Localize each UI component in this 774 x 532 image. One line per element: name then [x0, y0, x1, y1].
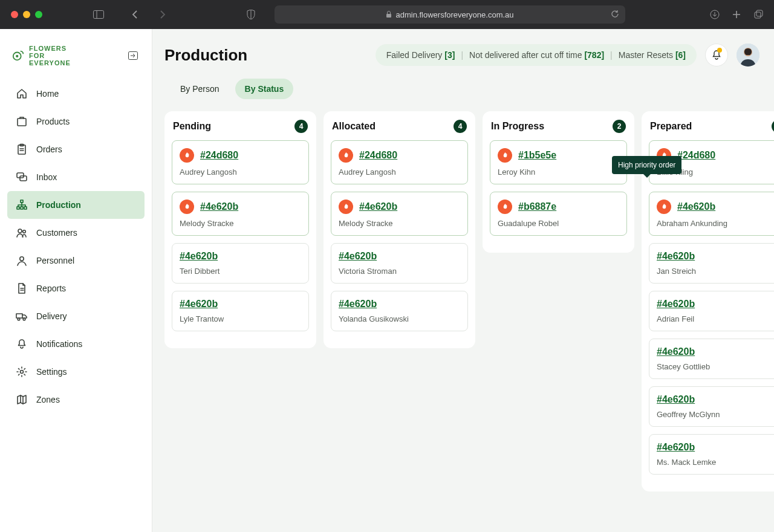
svg-rect-21 [16, 314, 22, 318]
order-card[interactable]: #4e620bJan Streich [649, 243, 774, 284]
order-assignee: Jan Streich [657, 267, 774, 276]
tab-person[interactable]: By Person [171, 79, 229, 99]
sidebar-toggle-icon[interactable] [93, 10, 104, 19]
sidebar-item-label: Zones [36, 395, 60, 404]
bell-icon [16, 338, 28, 350]
sidebar-item-personnel[interactable]: Personnel [7, 247, 145, 274]
order-id-link[interactable]: #24d680 [200, 150, 238, 161]
order-id-link[interactable]: #24d680 [359, 150, 397, 161]
nav-back-button[interactable] [132, 10, 138, 19]
svg-point-7 [16, 55, 18, 57]
order-id-link[interactable]: #4e620b [359, 201, 397, 212]
order-card[interactable]: #4e620bMs. Mack Lemke [649, 434, 774, 475]
sidebar-item-label: Settings [36, 367, 67, 377]
order-card[interactable]: #4e620bTeri Dibbert [172, 243, 309, 284]
fire-icon [339, 199, 353, 214]
sidebar-item-delivery[interactable]: Delivery [7, 302, 145, 330]
order-id-link[interactable]: #4e620b [339, 299, 377, 310]
order-assignee: Leroy Kihn [498, 167, 619, 177]
sidebar-item-settings[interactable]: Settings [7, 358, 145, 386]
notifications-button[interactable] [705, 44, 728, 66]
fire-icon [180, 148, 194, 163]
svg-point-18 [18, 229, 22, 233]
order-card[interactable]: #b6887eGuadalupe Robel [490, 192, 627, 236]
order-assignee: Lyle Trantow [180, 314, 301, 323]
lock-icon [386, 11, 392, 18]
order-id-link[interactable]: #4e620b [657, 394, 695, 405]
downloads-icon[interactable] [710, 10, 720, 19]
order-card[interactable]: #1b5e5eLeroy Kihn [490, 140, 627, 184]
sidebar-item-production[interactable]: Production [7, 191, 145, 219]
order-card[interactable]: #24d680Audrey Langosh [331, 140, 468, 184]
order-card[interactable]: #4e620bVictoria Stroman [331, 243, 468, 284]
order-card[interactable]: #4e620bMelody Stracke [172, 192, 309, 236]
alerts-bar[interactable]: Failed Delivery [3]|Not delivered after … [376, 44, 697, 66]
profile-avatar[interactable] [737, 44, 759, 66]
sidebar-item-products[interactable]: Products [7, 108, 145, 135]
alert-segment[interactable]: Failed Delivery [3] [386, 50, 455, 60]
order-id-link[interactable]: #b6887e [518, 201, 556, 212]
order-card[interactable]: #4e620bGeoffrey McGlynn [649, 386, 774, 427]
order-card[interactable]: #4e620bMelody Stracke [331, 192, 468, 236]
order-card[interactable]: #4e620bAbraham Ankunding [649, 192, 774, 236]
order-assignee: Guadalupe Robel [498, 219, 619, 228]
order-card[interactable]: #4e620bYolanda Gusikowski [331, 291, 468, 331]
window-controls [11, 11, 42, 18]
sidebar-item-home[interactable]: Home [7, 80, 145, 108]
order-card[interactable]: #4e620bStacey Gottlieb [649, 339, 774, 379]
order-id-link[interactable]: #4e620b [657, 299, 695, 310]
fire-icon [657, 199, 671, 214]
window-maximize-button[interactable] [35, 11, 42, 18]
tab-status[interactable]: By Status [235, 79, 294, 99]
order-id-link[interactable]: #24d680 [677, 150, 715, 161]
sidebar-item-customers[interactable]: Customers [7, 219, 145, 247]
sidebar-item-inbox[interactable]: Inbox [7, 163, 145, 191]
browser-chrome: admin.flowersforeveryone.com.au [0, 0, 774, 29]
alert-label: Not delivered after cut off time [469, 50, 584, 60]
home-icon [16, 88, 28, 100]
collapse-sidebar-button[interactable] [128, 50, 138, 61]
tooltip-text: High priority order [618, 161, 675, 169]
order-id-link[interactable]: #4e620b [339, 251, 377, 262]
order-id-link[interactable]: #1b5e5e [518, 150, 556, 161]
shield-icon[interactable] [247, 10, 255, 19]
order-id-link[interactable]: #4e620b [180, 299, 218, 310]
sidebar-item-label: Orders [36, 144, 62, 154]
new-tab-icon[interactable] [732, 10, 741, 19]
svg-point-22 [18, 318, 20, 320]
sidebar-item-zones[interactable]: Zones [7, 386, 145, 414]
window-minimize-button[interactable] [23, 11, 30, 18]
order-assignee: Geoffrey McGlynn [657, 410, 774, 419]
logo-mark-icon [12, 49, 25, 62]
sidebar-item-reports[interactable]: Reports [7, 274, 145, 302]
svg-rect-9 [18, 118, 26, 126]
alert-segment[interactable]: Not delivered after cut off time [782] [469, 50, 604, 60]
alerts-separator: | [461, 50, 463, 60]
truck-icon [16, 310, 28, 322]
window-close-button[interactable] [11, 11, 18, 18]
order-card[interactable]: #4e620bAdrian Feil [649, 291, 774, 331]
doc-icon [16, 282, 28, 294]
alert-segment[interactable]: Master Resets [6] [619, 50, 686, 60]
order-card[interactable]: #24d680Audrey Langosh [172, 140, 309, 184]
order-id-link[interactable]: #4e620b [657, 346, 695, 357]
sidebar-item-orders[interactable]: Orders [7, 135, 145, 163]
gear-icon [16, 366, 28, 378]
order-id-link[interactable]: #4e620b [657, 442, 695, 453]
column-count-badge: 2 [613, 120, 626, 133]
nav-forward-button[interactable] [160, 10, 166, 19]
order-card[interactable]: #4e620bLyle Trantow [172, 291, 309, 331]
address-bar[interactable]: admin.flowersforeveryone.com.au [275, 5, 625, 24]
order-id-link[interactable]: #4e620b [180, 251, 218, 262]
order-assignee: Ms. Mack Lemke [657, 458, 774, 467]
column-count-badge: 4 [294, 120, 308, 133]
tab-overview-icon[interactable] [753, 10, 763, 19]
order-id-link[interactable]: #4e620b [677, 201, 715, 212]
logo[interactable]: FLOWERS FOR EVERYONE [12, 45, 71, 66]
order-assignee: Stacey Gottlieb [657, 362, 774, 371]
sidebar-item-notifications[interactable]: Notifications [7, 330, 145, 358]
order-id-link[interactable]: #4e620b [200, 201, 238, 212]
order-id-link[interactable]: #4e620b [657, 251, 695, 262]
refresh-icon[interactable] [611, 10, 619, 20]
users-icon [16, 227, 28, 239]
